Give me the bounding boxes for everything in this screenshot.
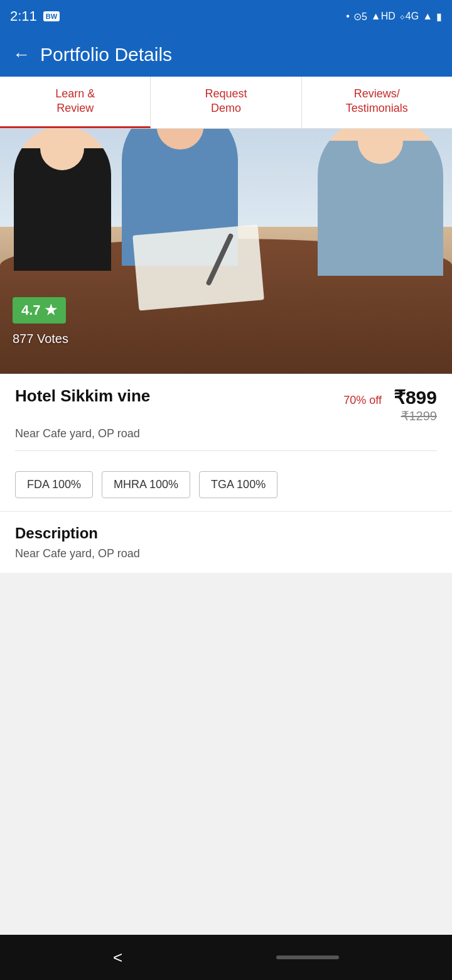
votes-text: 877 Votes: [13, 332, 68, 346]
tab-learn-review[interactable]: Learn & Review: [0, 77, 151, 128]
tag-fda[interactable]: FDA 100%: [15, 471, 93, 498]
battery-icon: ▮: [436, 11, 442, 23]
description-title: Description: [15, 525, 437, 542]
current-price: ₹899: [394, 387, 437, 408]
back-button[interactable]: ←: [13, 45, 30, 65]
discount-label: 70% off: [343, 394, 382, 406]
status-icons: • ⊙5 ▲HD ⬦4G ▲ ▮: [346, 11, 442, 23]
nav-home-pill[interactable]: [276, 956, 339, 959]
description-text: Near Cafe yard, OP road: [15, 547, 437, 560]
page-title: Portfolio Details: [40, 44, 172, 65]
hero-image: 4.7 ★ 877 Votes: [0, 129, 452, 374]
wifi-icon: ⊙5: [353, 11, 367, 23]
star-icon: ★: [45, 302, 57, 318]
network-icon: ⬦4G: [399, 11, 419, 22]
bottom-area: [0, 573, 452, 824]
tab-bar: Learn & Review Request Demo Reviews/ Tes…: [0, 77, 452, 129]
rating-value: 4.7: [21, 302, 41, 318]
tag-tga[interactable]: TGA 100%: [199, 471, 277, 498]
status-bar: 2:11 BW • ⊙5 ▲HD ⬦4G ▲ ▮: [0, 0, 452, 33]
header: ← Portfolio Details: [0, 33, 452, 77]
description-section: Description Near Cafe yard, OP road: [0, 512, 452, 573]
signal2-icon: ▲: [422, 11, 433, 22]
tab-reviews-testimonials[interactable]: Reviews/ Testimonials: [302, 77, 452, 128]
tag-mhra[interactable]: MHRA 100%: [102, 471, 190, 498]
bw-badge: BW: [43, 11, 60, 21]
tab-request-demo[interactable]: Request Demo: [151, 77, 301, 128]
product-name: Hotel Sikkim vine: [15, 386, 150, 406]
status-time: 2:11: [10, 8, 37, 24]
product-info: Hotel Sikkim vine 70% off ₹899 ₹1299 Nea…: [0, 374, 452, 471]
signal-icon: ▲HD: [371, 11, 396, 22]
product-name-row: Hotel Sikkim vine 70% off ₹899 ₹1299: [15, 386, 437, 423]
product-location: Near Cafe yard, OP road: [15, 427, 437, 440]
nav-bar: <: [0, 935, 452, 980]
price-area: 70% off ₹899 ₹1299: [343, 386, 437, 423]
divider: [15, 450, 437, 451]
dot-icon: •: [346, 11, 350, 22]
original-price: ₹1299: [343, 408, 437, 423]
tags-row: FDA 100% MHRA 100% TGA 100%: [0, 471, 452, 511]
nav-back-button[interactable]: <: [113, 948, 122, 967]
rating-badge: 4.7 ★: [13, 297, 66, 324]
